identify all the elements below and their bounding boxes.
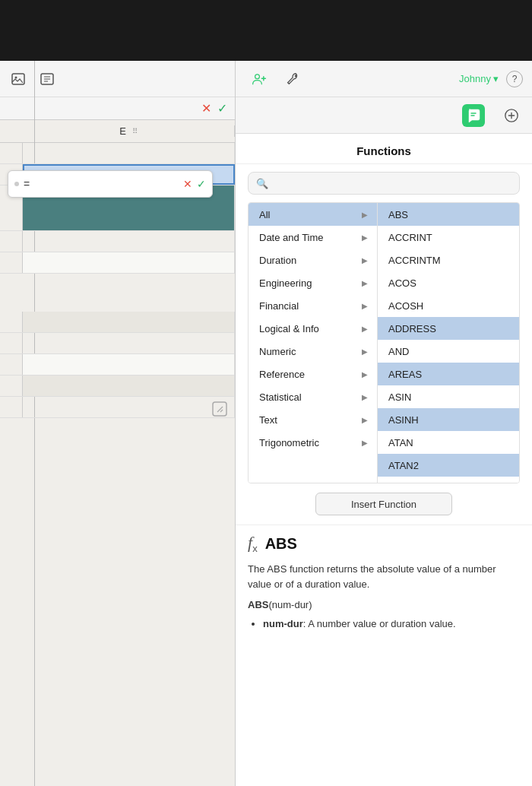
row-number bbox=[0, 397, 23, 417]
category-item-reference[interactable]: Reference▶ bbox=[249, 363, 377, 385]
table-cell[interactable] bbox=[23, 397, 235, 417]
sub-toolbar bbox=[236, 97, 532, 134]
resize-handle-icon[interactable] bbox=[211, 400, 229, 418]
annotation-active-icon[interactable] bbox=[462, 104, 485, 127]
table-cell[interactable] bbox=[23, 354, 235, 375]
function-item-acos[interactable]: ACOS bbox=[378, 271, 519, 294]
search-bar[interactable]: 🔍 bbox=[248, 172, 520, 195]
fx-icon: fx bbox=[248, 533, 258, 554]
formula-input[interactable] bbox=[34, 179, 179, 190]
svg-rect-3 bbox=[213, 402, 226, 416]
functions-panel-title: Functions bbox=[236, 134, 532, 164]
formula-bar[interactable]: = ✕ ✓ bbox=[8, 170, 213, 198]
category-item-trigonometric[interactable]: Trigonometric▶ bbox=[249, 431, 377, 454]
search-input[interactable] bbox=[273, 178, 511, 189]
category-item-text[interactable]: Text▶ bbox=[249, 408, 377, 431]
row-number bbox=[0, 312, 23, 332]
table-row bbox=[0, 354, 235, 376]
category-item-engineering[interactable]: Engineering▶ bbox=[249, 271, 377, 294]
row-number bbox=[0, 231, 23, 252]
table-cell[interactable] bbox=[23, 143, 235, 163]
table-cell[interactable] bbox=[23, 252, 235, 273]
table-row bbox=[0, 252, 235, 274]
reject-button[interactable]: ✕ bbox=[201, 101, 211, 116]
text-icon[interactable] bbox=[36, 68, 58, 90]
formula-bar-area: = ✕ ✓ bbox=[0, 274, 235, 312]
function-item-address[interactable]: ADDRESS bbox=[378, 317, 519, 340]
table-row bbox=[0, 397, 235, 418]
category-item-duration[interactable]: Duration▶ bbox=[249, 249, 377, 271]
user-name: Johnny bbox=[459, 73, 491, 84]
svg-point-1 bbox=[15, 76, 17, 78]
list-icon[interactable] bbox=[500, 104, 523, 127]
user-chevron: ▾ bbox=[493, 73, 499, 84]
function-item-areas[interactable]: AREAS bbox=[378, 363, 519, 385]
formula-accept-button[interactable]: ✓ bbox=[197, 178, 206, 190]
category-item-financial[interactable]: Financial▶ bbox=[249, 294, 377, 317]
function-param-list: num-dur: A number value or duration valu… bbox=[248, 616, 520, 632]
category-item-date-time[interactable]: Date and Time▶ bbox=[249, 226, 377, 249]
col-resize-handle[interactable]: ⠿ bbox=[132, 127, 138, 135]
category-item-all[interactable]: All▶ bbox=[249, 203, 377, 226]
param-item: num-dur: A number value or duration valu… bbox=[263, 616, 520, 632]
category-item-logical-info[interactable]: Logical & Info▶ bbox=[249, 317, 377, 340]
category-item-statistical[interactable]: Statistical▶ bbox=[249, 385, 377, 408]
function-item-accrint[interactable]: ACCRINT bbox=[378, 226, 519, 249]
help-button[interactable]: ? bbox=[506, 71, 523, 87]
table-row bbox=[0, 143, 235, 164]
function-item-abs[interactable]: ABS bbox=[378, 203, 519, 226]
col-e-label: E bbox=[119, 125, 126, 137]
function-item-accrintm[interactable]: ACCRINTM bbox=[378, 249, 519, 271]
table-cell[interactable] bbox=[23, 333, 235, 353]
col-e-header[interactable]: E ⠿ bbox=[23, 125, 235, 137]
header-accept-row: ✕ ✓ bbox=[0, 97, 235, 120]
table-row bbox=[0, 231, 235, 252]
search-icon: 🔍 bbox=[256, 178, 268, 189]
function-item-atan[interactable]: ATAN bbox=[378, 431, 519, 454]
row-number bbox=[0, 333, 23, 353]
table-cell[interactable] bbox=[23, 231, 235, 252]
accept-button[interactable]: ✓ bbox=[217, 101, 227, 116]
table-row bbox=[0, 312, 235, 333]
table-cell[interactable] bbox=[23, 312, 235, 332]
left-panel: ✕ ✓ E ⠿ bbox=[0, 61, 236, 786]
function-item-acosh[interactable]: ACOSH bbox=[378, 294, 519, 317]
formula-equals: = bbox=[24, 178, 30, 190]
svg-point-4 bbox=[255, 74, 260, 78]
spreadsheet-area: = ✕ ✓ bbox=[0, 143, 235, 418]
top-bar bbox=[0, 0, 532, 61]
table-cell[interactable] bbox=[23, 376, 235, 396]
row-number bbox=[0, 376, 23, 396]
function-result-list: ABSACCRINTACCRINTMACOSACOSHADDRESSANDARE… bbox=[378, 203, 519, 483]
col-header-row: E ⠿ bbox=[0, 120, 235, 143]
function-item-atan2[interactable]: ATAN2 bbox=[378, 454, 519, 477]
row-number bbox=[0, 252, 23, 273]
insert-function-button[interactable]: Insert Function bbox=[315, 493, 452, 515]
table-row bbox=[0, 333, 235, 354]
function-list-container: All▶Date and Time▶Duration▶Engineering▶F… bbox=[248, 202, 520, 483]
function-item-and[interactable]: AND bbox=[378, 340, 519, 363]
formula-cancel-button[interactable]: ✕ bbox=[183, 178, 192, 190]
category-item-numeric[interactable]: Numeric▶ bbox=[249, 340, 377, 363]
right-panel: Johnny ▾ ? Functions bbox=[236, 61, 532, 786]
formula-dot bbox=[14, 182, 19, 186]
table-row bbox=[0, 376, 235, 397]
image-icon[interactable] bbox=[8, 68, 29, 90]
add-person-icon[interactable] bbox=[248, 68, 271, 90]
user-menu-button[interactable]: Johnny ▾ bbox=[459, 73, 499, 84]
row-number bbox=[0, 354, 23, 375]
function-name: ABS bbox=[265, 535, 297, 553]
function-description: The ABS function returns the absolute va… bbox=[248, 562, 520, 591]
search-container: 🔍 bbox=[236, 164, 532, 202]
wrench-icon[interactable] bbox=[281, 68, 304, 90]
right-toolbar: Johnny ▾ ? bbox=[236, 61, 532, 97]
insert-button-container: Insert Function bbox=[236, 483, 532, 525]
function-syntax: ABS(num-dur) bbox=[248, 599, 520, 610]
function-item-atanh[interactable]: ATANH bbox=[378, 477, 519, 483]
function-title-row: fx ABS bbox=[248, 533, 520, 554]
row-number bbox=[0, 143, 23, 163]
function-item-asin[interactable]: ASIN bbox=[378, 385, 519, 408]
svg-point-5 bbox=[295, 74, 297, 77]
function-item-asinh[interactable]: ASINH bbox=[378, 408, 519, 431]
main-area: ✕ ✓ E ⠿ bbox=[0, 61, 532, 786]
